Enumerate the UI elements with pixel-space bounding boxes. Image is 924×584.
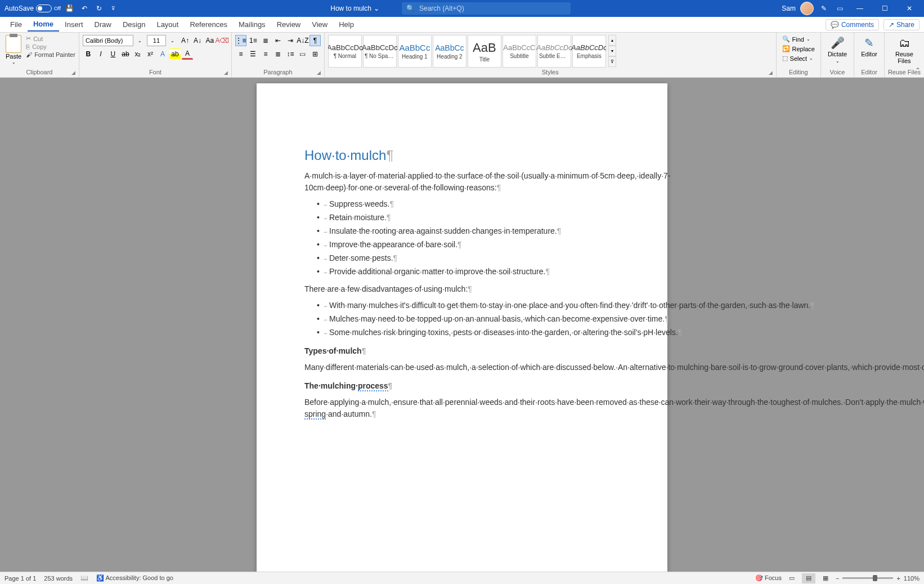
text-effects-icon[interactable]: A: [157, 48, 168, 60]
clipboard-launcher[interactable]: ◢: [71, 70, 77, 75]
borders-button[interactable]: ⊞: [310, 48, 321, 60]
font-color-icon[interactable]: A: [182, 48, 193, 60]
user-name: Sam: [782, 5, 796, 12]
italic-button[interactable]: I: [95, 48, 106, 60]
font-size-dropdown[interactable]: ⌄: [167, 35, 178, 46]
align-right-button[interactable]: ≡: [260, 48, 271, 60]
style-label: ¶ No Spac...: [365, 53, 395, 59]
font-name-dropdown[interactable]: ⌄: [134, 35, 146, 46]
paste-button[interactable]: Paste ⌄: [3, 35, 24, 69]
gallery-more[interactable]: ⊽: [608, 56, 616, 67]
comments-label: Comments: [841, 21, 874, 29]
search-input[interactable]: 🔍 Search (Alt+Q): [402, 2, 571, 15]
user-avatar[interactable]: [800, 2, 814, 15]
bold-button[interactable]: B: [83, 48, 94, 60]
replace-button[interactable]: 🔁Replace: [780, 44, 817, 53]
tab-home[interactable]: Home: [28, 17, 59, 32]
font-size-input[interactable]: [147, 35, 166, 46]
titlebar-left: AutoSave Off 💾 ↶ ↻ ⊽: [0, 3, 124, 14]
minimize-button[interactable]: —: [850, 0, 870, 17]
find-button[interactable]: 🔍Find⌄: [780, 35, 817, 43]
line-spacing-button[interactable]: ↕≡: [285, 48, 296, 60]
superscript-button[interactable]: x²: [145, 48, 156, 60]
style-subtle-em[interactable]: AaBbCcDcSubtle Em...: [537, 35, 571, 68]
tab-mailings[interactable]: Mailings: [233, 18, 271, 31]
group-editing: 🔍Find⌄ 🔁Replace ⬚Select⌄ Editing: [777, 33, 821, 77]
style-subtitle[interactable]: AaBbCcCSubtitle: [503, 35, 536, 68]
copy-button[interactable]: ⎘Copy: [26, 43, 75, 50]
coming-soon-icon[interactable]: ✎: [818, 3, 829, 14]
comment-icon: 💬: [831, 21, 839, 29]
tab-help[interactable]: Help: [333, 18, 360, 31]
style-title[interactable]: AaBTitle: [468, 35, 501, 68]
shading-button[interactable]: ▭: [297, 48, 308, 60]
format-painter-button[interactable]: 🖌Format Painter: [26, 51, 75, 58]
chevron-down-icon: ⌄: [809, 56, 813, 61]
style-heading2[interactable]: AaBbCcHeading 2: [433, 35, 467, 68]
titlebar-center: How to mulch ⌄ 🔍 Search (Alt+Q): [124, 2, 777, 15]
style-heading1[interactable]: AaBbCcHeading 1: [398, 35, 432, 68]
strikethrough-button[interactable]: ab: [120, 48, 131, 60]
document-title-dropdown[interactable]: How to mulch ⌄: [330, 5, 379, 12]
font-name-input[interactable]: [83, 35, 133, 46]
undo-icon[interactable]: ↶: [79, 3, 90, 14]
redo-icon[interactable]: ↻: [93, 3, 105, 14]
style-emphasis[interactable]: AaBbCcDcEmphasis: [572, 35, 606, 68]
copy-icon: ⎘: [26, 43, 30, 50]
increase-indent-button[interactable]: ⇥: [285, 35, 296, 46]
ribbon-display-icon[interactable]: ▭: [834, 3, 845, 14]
tab-design[interactable]: Design: [117, 18, 151, 31]
change-case-icon[interactable]: Aa: [204, 35, 216, 46]
increase-font-icon[interactable]: A↑: [180, 35, 191, 46]
copy-label: Copy: [32, 43, 47, 50]
editor-icon: ✎: [863, 36, 876, 50]
ribbon-tabs: File Home Insert Draw Design Layout Refe…: [0, 17, 924, 33]
tab-layout[interactable]: Layout: [151, 18, 184, 31]
maximize-button[interactable]: ☐: [874, 0, 895, 17]
gallery-down[interactable]: ▾: [608, 46, 616, 56]
tab-file[interactable]: File: [5, 18, 28, 31]
font-launcher[interactable]: ◢: [224, 70, 230, 75]
tab-draw[interactable]: Draw: [89, 18, 117, 31]
dictate-button[interactable]: 🎤 Dictate ⌄: [824, 35, 850, 65]
editor-button[interactable]: ✎ Editor: [858, 35, 881, 59]
multilevel-list-button[interactable]: ≣: [260, 35, 271, 46]
style-no-spacing[interactable]: AaBbCcDc¶ No Spac...: [363, 35, 397, 68]
group-styles: AaBbCcDc¶ Normal AaBbCcDc¶ No Spac... Aa…: [325, 33, 777, 77]
paragraph-launcher[interactable]: ◢: [317, 70, 322, 75]
autosave-toggle[interactable]: AutoSave Off: [5, 5, 61, 12]
group-font: ⌄ ⌄ A↑ A↓ Aa A⌫ B I U ab x₂ x² A ab A Fo…: [79, 33, 232, 77]
tab-view[interactable]: View: [306, 18, 333, 31]
justify-button[interactable]: ≣: [272, 48, 284, 60]
numbering-button[interactable]: 1≡: [248, 35, 259, 46]
bullets-button[interactable]: ⋮≡: [235, 35, 246, 46]
comments-button[interactable]: 💬Comments: [826, 19, 879, 30]
reuse-files-button[interactable]: 🗂 Reuse Files: [888, 35, 921, 65]
select-button[interactable]: ⬚Select⌄: [780, 54, 817, 63]
share-button[interactable]: ↗Share: [883, 19, 919, 30]
replace-icon: 🔁: [782, 45, 790, 52]
clear-formatting-icon[interactable]: A⌫: [217, 35, 228, 46]
style-normal[interactable]: AaBbCcDc¶ Normal: [328, 35, 362, 68]
highlight-icon[interactable]: ab: [169, 48, 181, 60]
underline-button[interactable]: U: [107, 48, 119, 60]
sort-button[interactable]: A↓Z: [297, 35, 308, 46]
decrease-indent-button[interactable]: ⇤: [272, 35, 284, 46]
decrease-font-icon[interactable]: A↓: [192, 35, 203, 46]
styles-launcher[interactable]: ◢: [769, 70, 774, 75]
gallery-up[interactable]: ▴: [608, 35, 616, 46]
show-hide-pilcrow-button[interactable]: ¶: [310, 35, 321, 46]
style-label: Subtle Em...: [539, 53, 569, 59]
tab-review[interactable]: Review: [271, 18, 307, 31]
align-left-button[interactable]: ≡: [235, 48, 246, 60]
tab-references[interactable]: References: [184, 18, 232, 31]
subscript-button[interactable]: x₂: [132, 48, 143, 60]
save-icon[interactable]: 💾: [64, 3, 75, 14]
collapse-ribbon-button[interactable]: ⌃: [915, 66, 921, 74]
tab-insert[interactable]: Insert: [59, 18, 89, 31]
cut-button[interactable]: ✂Cut: [26, 35, 75, 42]
close-button[interactable]: ✕: [899, 0, 919, 17]
reuse-files-icon: 🗂: [898, 36, 911, 50]
customize-qat-icon[interactable]: ⊽: [108, 3, 119, 14]
align-center-button[interactable]: ☰: [248, 48, 259, 60]
